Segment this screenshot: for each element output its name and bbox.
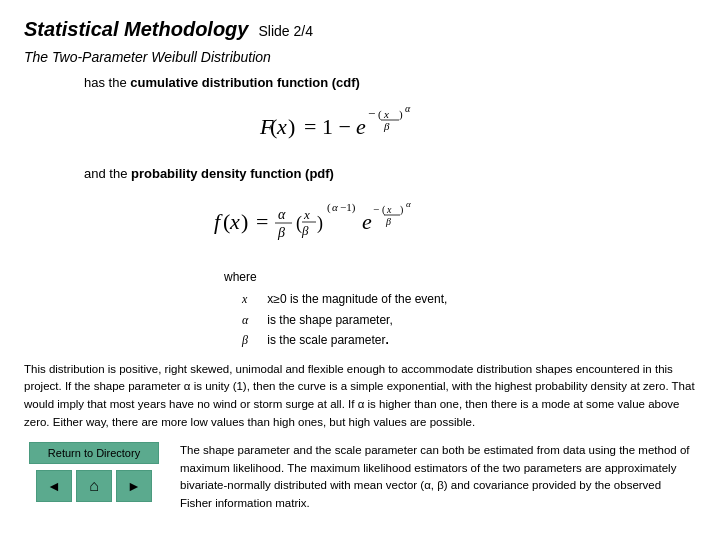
svg-text:x: x xyxy=(276,114,287,139)
slide-number: Slide 2/4 xyxy=(258,23,312,39)
svg-text:α: α xyxy=(278,207,286,222)
home-button[interactable]: ⌂ xyxy=(76,470,112,502)
body-text: This distribution is positive, right ske… xyxy=(24,361,696,432)
cdf-label: has the cumulative distribution function… xyxy=(84,75,696,90)
svg-text:(: ( xyxy=(382,204,386,216)
svg-text:f: f xyxy=(214,209,223,234)
svg-text:(: ( xyxy=(327,201,331,214)
bottom-right-text: The shape parameter and the scale parame… xyxy=(180,442,696,513)
svg-text:β: β xyxy=(383,120,390,132)
svg-text:−: − xyxy=(368,106,375,121)
svg-text:β: β xyxy=(277,225,285,240)
svg-text:α: α xyxy=(406,199,411,209)
svg-text:): ) xyxy=(241,209,248,234)
svg-text:e: e xyxy=(362,209,372,234)
svg-text:e: e xyxy=(356,114,366,139)
page-title: Statistical Methodology xyxy=(24,18,248,41)
svg-text:β: β xyxy=(301,223,309,238)
prev-button[interactable]: ◄ xyxy=(36,470,72,502)
svg-text:−1): −1) xyxy=(340,201,356,214)
next-button[interactable]: ► xyxy=(116,470,152,502)
svg-text:α: α xyxy=(405,103,411,114)
svg-text:−: − xyxy=(373,203,379,215)
cdf-label-pre: has the xyxy=(84,75,130,90)
svg-text:): ) xyxy=(400,204,403,216)
subtitle: The Two-Parameter Weibull Distribution xyxy=(24,49,696,65)
pdf-label-bold: probability density function (pdf) xyxy=(131,166,334,181)
svg-text:(: ( xyxy=(378,108,382,121)
where-item-2: β is the scale parameter. xyxy=(242,330,696,350)
svg-text:1 −: 1 − xyxy=(322,114,351,139)
svg-text:x: x xyxy=(229,209,240,234)
nav-buttons: ◄ ⌂ ► xyxy=(36,470,152,502)
cdf-formula: F ( x ) = 1 − e − ( x β ) α xyxy=(24,96,696,156)
where-item-0: x x≥0 is the magnitude of the event, xyxy=(242,289,696,309)
pdf-formula: f ( x ) = α β ( x β ) ( α −1) e − ( x xyxy=(24,187,696,257)
svg-text:): ) xyxy=(317,213,323,234)
where-item-1: α is the shape parameter, xyxy=(242,310,696,330)
bottom-section: Return to Directory ◄ ⌂ ► The shape para… xyxy=(24,442,696,513)
return-to-directory-button[interactable]: Return to Directory xyxy=(29,442,159,464)
title-row: Statistical Methodology Slide 2/4 xyxy=(24,18,696,41)
svg-text:x: x xyxy=(383,108,389,120)
svg-text:x: x xyxy=(386,204,392,215)
svg-text:=: = xyxy=(304,114,316,139)
svg-text:α: α xyxy=(332,201,338,213)
where-header: where xyxy=(224,267,696,287)
svg-text:): ) xyxy=(288,114,295,139)
svg-text:x: x xyxy=(303,207,310,222)
svg-text:=: = xyxy=(256,209,268,234)
left-nav: Return to Directory ◄ ⌂ ► xyxy=(24,442,164,502)
svg-text:β: β xyxy=(385,216,391,227)
svg-text:): ) xyxy=(399,108,403,121)
cdf-label-bold: cumulative distribution function (cdf) xyxy=(130,75,360,90)
pdf-label-pre: and the xyxy=(84,166,131,181)
cdf-formula-svg: F ( x ) = 1 − e − ( x β ) α xyxy=(250,96,470,156)
where-block: where x x≥0 is the magnitude of the even… xyxy=(224,267,696,351)
page: Statistical Methodology Slide 2/4 The Tw… xyxy=(0,0,720,540)
pdf-label: and the probability density function (pd… xyxy=(84,166,696,181)
pdf-formula-svg: f ( x ) = α β ( x β ) ( α −1) e − ( x xyxy=(210,187,510,257)
